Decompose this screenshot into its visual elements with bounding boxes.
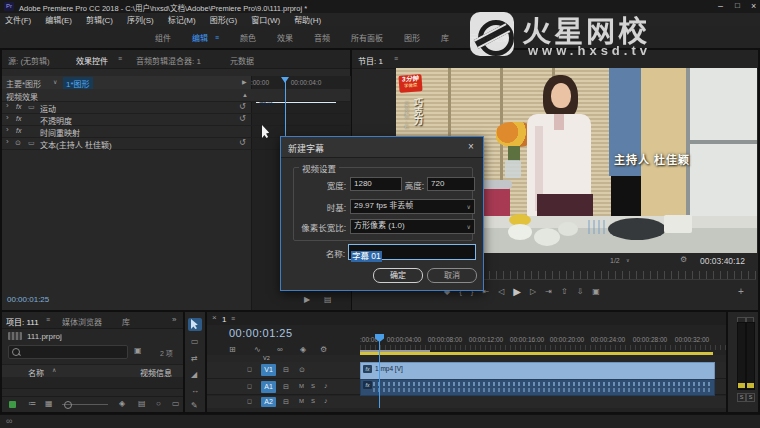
project-search-box[interactable] <box>8 345 128 359</box>
video-clip[interactable]: fx 1.mp4 [V] <box>360 362 715 380</box>
menu-clip[interactable]: 剪辑(C) <box>86 14 113 25</box>
lift-icon[interactable]: ⇧ <box>561 288 568 296</box>
timebase-dropdown[interactable]: 29.97 fps 非丢帧 ∨ <box>350 199 475 214</box>
source-assign-icon[interactable]: ⊟ <box>283 398 289 405</box>
tab-media-browser[interactable]: 媒体浏览器 <box>62 316 102 327</box>
source-assign-icon[interactable]: ⊟ <box>283 366 289 373</box>
timeline-ruler[interactable]: :00:00 00:00:04:00 00:00:08:00 00:00:12:… <box>360 336 726 350</box>
razor-tool[interactable]: ◢ <box>191 371 197 379</box>
tab-overflow-icon[interactable]: » <box>172 316 176 324</box>
mute-button[interactable]: M <box>299 383 304 389</box>
link-media-icon[interactable]: ∞ <box>6 417 12 426</box>
workspace-menu-icon[interactable]: ≡ <box>215 34 219 41</box>
reset-icon[interactable]: ↺ <box>239 103 246 111</box>
zoom-slider-handle[interactable] <box>64 401 72 409</box>
chevron-down-icon[interactable]: ∨ <box>53 79 57 85</box>
snap-icon[interactable]: ∿ <box>254 346 261 354</box>
settings-wrench-icon[interactable]: ⚙ <box>680 256 687 264</box>
source-assign-icon[interactable]: ⊟ <box>283 383 289 390</box>
timeline-settings-icon[interactable]: ⚙ <box>320 346 327 354</box>
menu-file[interactable]: 文件(F) <box>5 14 31 25</box>
mute-button[interactable]: M <box>299 398 304 404</box>
button-editor-plus[interactable]: + <box>738 287 744 297</box>
step-back-icon[interactable]: ◁ <box>498 288 504 296</box>
filter-bin-icon[interactable]: ▣ <box>134 347 142 355</box>
menu-graphics[interactable]: 图形(G) <box>210 14 238 25</box>
audio-clip[interactable]: fx <box>360 379 715 396</box>
eye-icon[interactable]: ⊙ <box>15 139 21 146</box>
track-a2-target[interactable]: A2 <box>261 397 276 407</box>
pen-tool[interactable]: ✎ <box>191 402 198 410</box>
export-frame-icon[interactable]: ▣ <box>592 288 600 296</box>
sort-ascending-icon[interactable]: ∧ <box>52 367 56 373</box>
tab-program-monitor[interactable]: 节目: 1 <box>358 55 383 66</box>
project-file-row[interactable]: 111.prproj <box>2 330 183 343</box>
ok-button[interactable]: 确定 <box>373 268 423 283</box>
project-writable-indicator[interactable] <box>9 401 16 408</box>
microphone-icon[interactable]: ♪ <box>324 382 328 389</box>
extract-icon[interactable]: ⇩ <box>577 288 584 296</box>
linked-selection-icon[interactable]: ∞ <box>277 346 283 354</box>
ec-playhead-line[interactable] <box>285 77 286 137</box>
panel-menu-icon[interactable]: ≡ <box>231 315 235 322</box>
solo-right-button[interactable]: S <box>746 393 755 402</box>
workspace-libraries[interactable]: 库 <box>441 32 449 43</box>
reset-icon[interactable]: ↺ <box>239 115 246 123</box>
tab-source-monitor[interactable]: 源: (无剪辑) <box>8 55 50 66</box>
shuttle-icon[interactable]: ◈ <box>119 400 125 408</box>
collapse-icon[interactable]: ▲ <box>242 92 248 98</box>
workspace-graphics[interactable]: 图形 <box>404 32 420 43</box>
insert-overwrite-icon[interactable]: ⊞ <box>229 346 236 354</box>
find-icon[interactable]: ○ <box>156 400 161 408</box>
step-forward-icon[interactable]: ▷ <box>530 288 536 296</box>
workspace-color[interactable]: 颜色 <box>240 32 256 43</box>
twirl-icon[interactable]: › <box>6 114 9 122</box>
microphone-icon[interactable]: ♪ <box>324 397 328 404</box>
track-v1-target[interactable]: V1 <box>261 364 276 376</box>
track-output-eye-icon[interactable]: ⊙ <box>299 366 305 373</box>
workspace-editing[interactable]: 编辑 <box>192 32 208 43</box>
play-around-icon[interactable]: ▶ <box>304 296 310 304</box>
solo-button[interactable]: S <box>311 398 315 404</box>
ec-playhead-marker[interactable] <box>281 77 289 83</box>
track-a1-target[interactable]: A1 <box>261 381 276 393</box>
dialog-title-bar[interactable]: 新建字幕 × <box>281 137 483 158</box>
par-dropdown[interactable]: 方形像素 (1.0) ∨ <box>350 219 475 234</box>
reset-icon[interactable]: ↺ <box>239 139 246 147</box>
twirl-icon[interactable]: › <box>6 138 9 146</box>
zoom-level-select[interactable]: 1/2 <box>610 257 620 264</box>
twirl-icon[interactable]: › <box>6 126 9 134</box>
workspace-audio[interactable]: 音频 <box>314 32 330 43</box>
slip-tool[interactable]: ↔ <box>191 387 199 395</box>
chevron-down-icon[interactable]: ∨ <box>626 258 630 263</box>
new-bin-icon[interactable]: ▭ <box>172 400 180 408</box>
add-marker-icon[interactable]: ◈ <box>300 346 306 354</box>
tab-metadata[interactable]: 元数据 <box>230 55 254 66</box>
panel-menu-icon[interactable]: ≡ <box>46 316 50 323</box>
name-input[interactable]: 字幕 01 <box>348 244 476 260</box>
master-clip-label[interactable]: 主要*图形 <box>6 78 41 89</box>
panel-close-icon[interactable]: × <box>212 314 217 322</box>
menu-help[interactable]: 帮助(H) <box>294 14 321 25</box>
list-view-icon[interactable]: ≔ <box>28 400 36 408</box>
track-lock-icon[interactable]: ◻ <box>247 398 252 404</box>
height-input[interactable]: 720 <box>427 177 475 191</box>
panel-menu-icon[interactable]: ≡ <box>118 55 122 62</box>
solo-button[interactable]: S <box>311 383 315 389</box>
solo-left-button[interactable]: S <box>737 393 746 402</box>
workspace-assembly[interactable]: 组件 <box>155 32 171 43</box>
project-file-name[interactable]: 111.prproj <box>27 332 62 341</box>
tab-project[interactable]: 项目: 111 <box>6 316 39 327</box>
program-timecode[interactable]: 00:03:40:12 <box>700 256 745 266</box>
icon-view-icon[interactable]: ▦ <box>45 400 53 408</box>
play-icon[interactable]: ▶ <box>513 287 521 297</box>
menu-window[interactable]: 窗口(W) <box>251 14 280 25</box>
track-lock-icon[interactable]: ◻ <box>247 383 252 389</box>
track-lock-icon[interactable]: ◻ <box>247 366 252 372</box>
cancel-button[interactable]: 取消 <box>427 268 477 283</box>
timeline-timecode[interactable]: 00:00:01:25 <box>229 327 293 339</box>
timeline-playhead-line[interactable] <box>379 340 380 408</box>
selection-tool[interactable] <box>188 318 202 331</box>
go-to-out-icon[interactable]: ⇥ <box>545 288 552 296</box>
dialog-close-icon[interactable]: × <box>468 141 474 152</box>
